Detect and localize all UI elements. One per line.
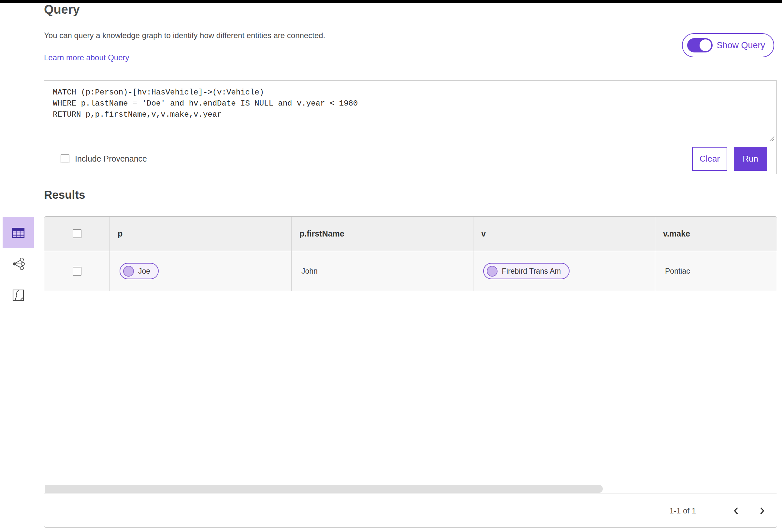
link-chart-icon bbox=[11, 257, 25, 271]
chevron-right-icon bbox=[758, 506, 766, 516]
table-header-row: p p.firstName v v.make bbox=[44, 217, 777, 251]
results-view-switcher bbox=[3, 217, 34, 311]
include-provenance-checkbox[interactable] bbox=[61, 154, 69, 163]
pagination-next-button[interactable] bbox=[756, 505, 768, 517]
query-editor-panel: MATCH (p:Person)-[hv:HasVehicle]->(v:Veh… bbox=[44, 80, 777, 174]
column-header-p[interactable]: p bbox=[110, 229, 122, 239]
entity-node-icon bbox=[123, 266, 134, 277]
page-description: You can query a knowledge graph to ident… bbox=[44, 31, 325, 40]
entity-node-icon bbox=[487, 266, 498, 277]
table-row: Joe John Firebird Trans Am Pontiac bbox=[44, 251, 777, 291]
select-all-checkbox[interactable] bbox=[73, 229, 81, 238]
toggle-knob bbox=[700, 39, 711, 51]
map-icon bbox=[12, 289, 25, 302]
entity-chip-vehicle[interactable]: Firebird Trans Am bbox=[483, 263, 570, 279]
learn-more-link[interactable]: Learn more about Query bbox=[44, 53, 129, 62]
run-button[interactable]: Run bbox=[734, 147, 767, 171]
results-panel: p p.firstName v v.make Joe John Firebird… bbox=[44, 216, 777, 528]
toggle-on-icon[interactable] bbox=[687, 38, 713, 52]
table-footer: 1-1 of 1 bbox=[44, 494, 777, 527]
pagination-prev-button[interactable] bbox=[730, 505, 742, 517]
window-top-border bbox=[0, 0, 782, 3]
column-header-v-make[interactable]: v.make bbox=[655, 229, 690, 239]
cell-p-firstname: John bbox=[292, 267, 318, 276]
row-checkbox[interactable] bbox=[73, 267, 81, 276]
entity-chip-label: Joe bbox=[138, 267, 150, 276]
column-header-p-firstname[interactable]: p.firstName bbox=[292, 229, 345, 239]
table-view-button[interactable] bbox=[3, 217, 34, 248]
chevron-left-icon bbox=[733, 506, 740, 516]
clear-button[interactable]: Clear bbox=[692, 147, 727, 171]
include-provenance-option[interactable]: Include Provenance bbox=[61, 154, 147, 164]
table-empty-area bbox=[44, 291, 777, 485]
show-query-toggle[interactable]: Show Query bbox=[682, 33, 774, 57]
map-view-button[interactable] bbox=[3, 280, 34, 311]
table-icon bbox=[11, 225, 26, 240]
link-chart-view-button[interactable] bbox=[3, 248, 34, 280]
include-provenance-label: Include Provenance bbox=[75, 154, 147, 164]
query-code: MATCH (p:Person)-[hv:HasVehicle]->(v:Veh… bbox=[53, 87, 768, 120]
query-textarea[interactable]: MATCH (p:Person)-[hv:HasVehicle]->(v:Veh… bbox=[44, 80, 776, 143]
results-title: Results bbox=[44, 188, 85, 201]
scrollbar-thumb[interactable] bbox=[45, 485, 603, 493]
show-query-label: Show Query bbox=[716, 40, 765, 50]
cell-v-make: Pontiac bbox=[655, 267, 690, 276]
column-header-v[interactable]: v bbox=[473, 229, 486, 239]
pagination-range: 1-1 of 1 bbox=[670, 506, 696, 516]
page-title: Query bbox=[44, 3, 80, 16]
entity-chip-label: Firebird Trans Am bbox=[502, 267, 561, 276]
horizontal-scrollbar[interactable] bbox=[44, 485, 777, 494]
query-page: Query You can query a knowledge graph to… bbox=[0, 0, 782, 532]
textarea-resize-handle[interactable] bbox=[768, 135, 775, 142]
query-editor-toolbar: Include Provenance Clear Run bbox=[44, 143, 776, 174]
entity-chip-person[interactable]: Joe bbox=[119, 263, 159, 279]
